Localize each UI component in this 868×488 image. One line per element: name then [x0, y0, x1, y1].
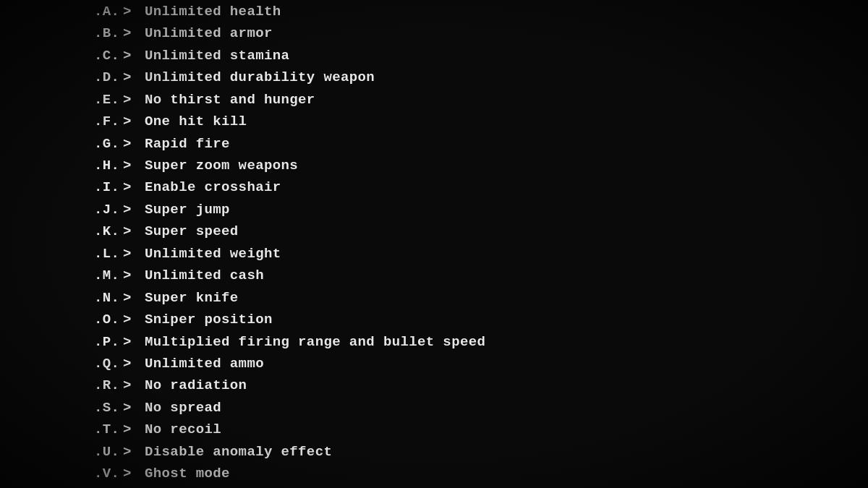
- menu-item-key: .S.: [94, 398, 123, 419]
- menu-item-key: .E.: [94, 90, 123, 111]
- menu-item-label: Unlimited ammo: [145, 354, 264, 374]
- menu-item-key: .N.: [94, 288, 123, 309]
- menu-item-label: Super jump: [145, 200, 230, 221]
- list-item[interactable]: .M.>Unlimited cash: [94, 265, 767, 286]
- menu-item-key: .F.: [94, 111, 123, 132]
- list-item[interactable]: .I.>Enable crosshair: [94, 177, 767, 198]
- list-item[interactable]: .S.>No spread: [94, 398, 767, 419]
- menu-item-arrow: >: [123, 111, 145, 132]
- menu-item-arrow: >: [123, 155, 145, 176]
- menu-item-label: Unlimited weight: [145, 244, 281, 265]
- menu-item-label: Super speed: [145, 221, 239, 242]
- menu-item-label: Ghost mode: [145, 463, 230, 484]
- menu-item-arrow: >: [123, 1, 145, 22]
- menu-item-arrow: >: [123, 244, 145, 265]
- menu-item-arrow: >: [123, 442, 145, 463]
- menu-item-key: .G.: [94, 134, 123, 155]
- menu-item-arrow: >: [123, 134, 145, 155]
- list-item[interactable]: .B.>Unlimited armor: [94, 23, 767, 44]
- list-item[interactable]: .E.>No thirst and hunger: [94, 90, 767, 111]
- menu-item-arrow: >: [123, 419, 145, 440]
- list-item[interactable]: .P.>Multiplied firing range and bullet s…: [94, 332, 767, 353]
- menu-item-arrow: >: [123, 375, 145, 396]
- menu-item-label: One hit kill: [145, 111, 247, 132]
- menu-item-key: .R.: [94, 375, 123, 396]
- list-item[interactable]: .A.>Unlimited health: [94, 1, 767, 22]
- menu-item-label: Super zoom weapons: [145, 155, 298, 176]
- menu-item-label: Rapid fire: [145, 134, 230, 155]
- menu-item-key: .T.: [94, 419, 123, 440]
- list-item[interactable]: .H.>Super zoom weapons: [94, 155, 767, 176]
- menu-item-arrow: >: [123, 332, 145, 353]
- list-item[interactable]: .U.>Disable anomaly effect: [94, 442, 767, 463]
- menu-item-key: .A.: [94, 1, 123, 22]
- menu-item-label: No radiation: [145, 375, 247, 396]
- menu-item-key: .Q.: [94, 354, 123, 374]
- menu-item-arrow: >: [123, 67, 145, 88]
- menu-item-arrow: >: [123, 288, 145, 309]
- list-item[interactable]: .V.>Ghost mode: [94, 463, 767, 484]
- menu-item-label: Enable crosshair: [145, 177, 281, 198]
- content-panel: Hotkeys: Alt + menu key .A.>Unlimited he…: [80, 0, 788, 488]
- menu-item-label: Unlimited durability weapon: [145, 67, 375, 88]
- menu-item-arrow: >: [123, 309, 145, 330]
- menu-item-label: Unlimited health: [145, 1, 281, 22]
- list-item[interactable]: .F.>One hit kill: [94, 111, 767, 132]
- menu-item-key: .P.: [94, 332, 123, 353]
- list-item[interactable]: .G.>Rapid fire: [94, 134, 767, 155]
- menu-item-key: .K.: [94, 221, 123, 242]
- menu-item-label: Multiplied firing range and bullet speed: [145, 332, 485, 353]
- menu-item-label: No thirst and hunger: [145, 90, 315, 111]
- menu-item-key: .J.: [94, 200, 123, 221]
- list-item[interactable]: .L.>Unlimited weight: [94, 244, 767, 265]
- screen-container: Hotkeys: Alt + menu key .A.>Unlimited he…: [0, 0, 868, 488]
- menu-item-label: Unlimited stamina: [145, 46, 289, 67]
- menu-item-label: No recoil: [145, 419, 221, 440]
- menu-item-arrow: >: [123, 354, 145, 374]
- menu-list: .A.>Unlimited health.B.>Unlimited armor.…: [94, 1, 767, 485]
- list-item[interactable]: .Q.>Unlimited ammo: [94, 354, 767, 374]
- menu-item-label: No spread: [145, 398, 221, 419]
- list-item[interactable]: .N.>Super knife: [94, 288, 767, 309]
- menu-item-key: .M.: [94, 265, 123, 286]
- menu-item-key: .U.: [94, 442, 123, 463]
- menu-item-arrow: >: [123, 90, 145, 111]
- list-item[interactable]: .D.>Unlimited durability weapon: [94, 67, 767, 88]
- menu-item-label: Sniper position: [145, 309, 273, 330]
- menu-item-key: .O.: [94, 309, 123, 330]
- list-item[interactable]: .R.>No radiation: [94, 375, 767, 396]
- menu-item-label: Super knife: [145, 288, 239, 309]
- menu-item-label: Unlimited cash: [145, 265, 264, 286]
- list-item[interactable]: .J.>Super jump: [94, 200, 767, 221]
- menu-item-key: .V.: [94, 463, 123, 484]
- menu-item-key: .H.: [94, 155, 123, 176]
- list-item[interactable]: .C.>Unlimited stamina: [94, 46, 767, 67]
- menu-item-key: .I.: [94, 177, 123, 198]
- list-item[interactable]: .K.>Super speed: [94, 221, 767, 242]
- list-item[interactable]: .T.>No recoil: [94, 419, 767, 440]
- list-item[interactable]: .O.>Sniper position: [94, 309, 767, 330]
- menu-item-arrow: >: [123, 200, 145, 221]
- menu-item-key: .D.: [94, 67, 123, 88]
- menu-item-label: Unlimited armor: [145, 23, 273, 44]
- menu-item-arrow: >: [123, 398, 145, 419]
- menu-item-arrow: >: [123, 463, 145, 484]
- menu-item-arrow: >: [123, 221, 145, 242]
- menu-item-arrow: >: [123, 46, 145, 67]
- menu-item-label: Disable anomaly effect: [145, 442, 332, 463]
- menu-item-key: .L.: [94, 244, 123, 265]
- menu-item-arrow: >: [123, 177, 145, 198]
- menu-item-key: .B.: [94, 23, 123, 44]
- menu-item-key: .C.: [94, 46, 123, 67]
- menu-item-arrow: >: [123, 265, 145, 286]
- menu-item-arrow: >: [123, 23, 145, 44]
